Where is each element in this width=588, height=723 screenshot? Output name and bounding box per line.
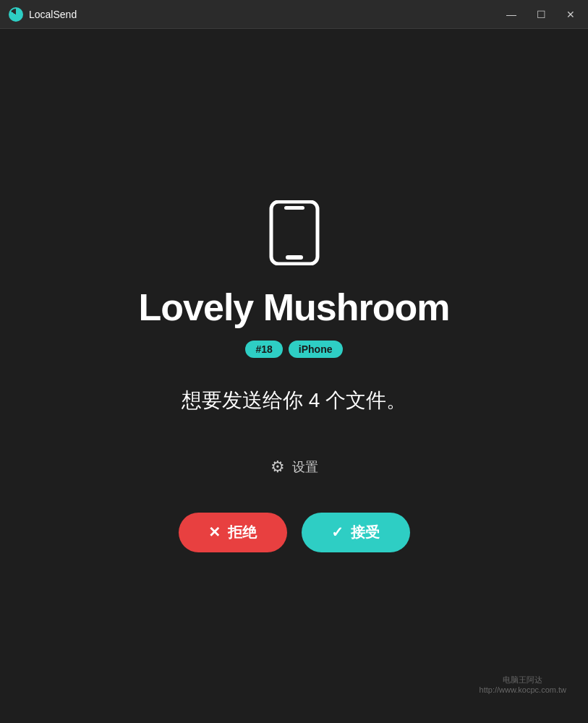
device-name: Lovely Mushroom [139,286,450,329]
title-bar-left: LocalSend [9,7,77,22]
reject-button[interactable]: ✕ 拒绝 [179,513,287,552]
accept-icon: ✓ [331,523,344,541]
reject-icon: ✕ [208,523,221,541]
title-bar: LocalSend — ☐ ✕ [0,0,588,29]
maximize-button[interactable]: ☐ [532,7,550,22]
accept-button[interactable]: ✓ 接受 [302,513,410,552]
app-title: LocalSend [29,9,77,20]
main-content: Lovely Mushroom #18 iPhone 想要发送给你 4 个文件。… [0,29,588,723]
gear-icon: ⚙ [270,458,285,476]
app-logo-icon [9,7,23,22]
phone-icon [265,200,323,265]
minimize-button[interactable]: — [502,7,521,22]
message-text: 想要发送给你 4 个文件。 [182,387,406,414]
action-buttons: ✕ 拒绝 ✓ 接受 [179,513,410,552]
watermark-line1: 电脑王阿达 [480,675,566,685]
accept-label: 接受 [351,523,380,542]
badge-number: #18 [245,341,282,358]
settings-label: 设置 [292,458,318,476]
close-button[interactable]: ✕ [562,7,579,22]
title-bar-controls: — ☐ ✕ [502,7,579,22]
svg-rect-1 [284,206,304,210]
reject-label: 拒绝 [228,523,257,542]
svg-rect-2 [286,255,303,260]
settings-row[interactable]: ⚙ 设置 [270,458,318,476]
watermark: 电脑王阿达 http://www.kocpc.com.tw [480,675,566,694]
watermark-line2: http://www.kocpc.com.tw [480,685,566,694]
badge-device-type: iPhone [289,341,343,358]
badges-row: #18 iPhone [245,341,342,358]
svg-rect-0 [271,202,318,264]
phone-icon-wrapper [265,200,323,268]
